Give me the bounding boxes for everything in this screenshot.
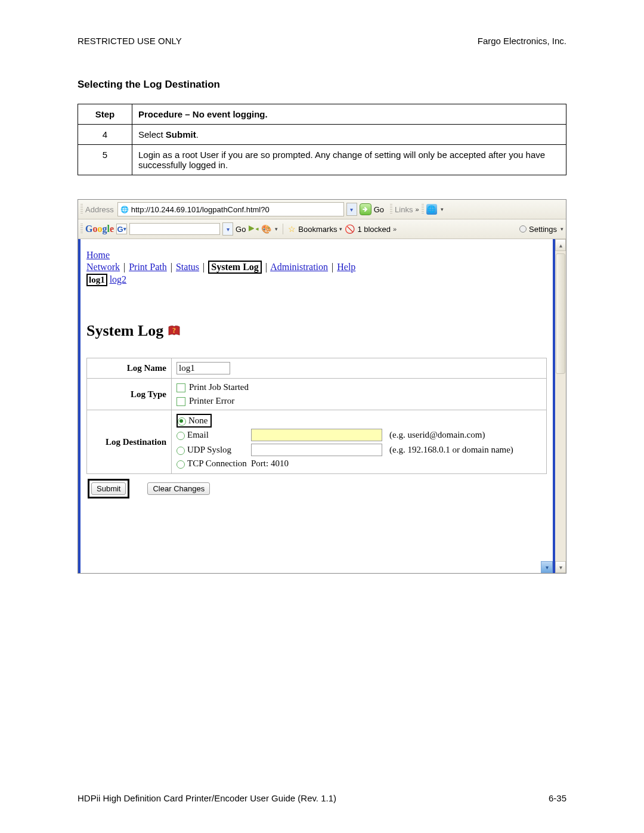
ie-page-icon: 🌐 (120, 205, 129, 213)
address-label: Address (85, 205, 114, 214)
google-g-button[interactable]: G▾ (116, 224, 127, 234)
footer-title: HDPii High Definition Card Printer/Encod… (78, 793, 336, 803)
step-text-prefix: Select (138, 129, 166, 140)
header-company: Fargo Electronics, Inc. (478, 36, 566, 46)
submit-button[interactable]: Submit (91, 482, 126, 495)
nav-status[interactable]: Status (176, 262, 199, 272)
checkbox-printer-error[interactable] (177, 397, 185, 406)
bookmarks-button[interactable]: Bookmarks▾ (298, 225, 342, 234)
nav-administration[interactable]: Administration (270, 262, 328, 272)
address-toolbar: Address 🌐 http://10.244.69.101/logpathCo… (78, 200, 566, 219)
overflow-chevron-icon[interactable]: » (393, 225, 397, 233)
google-go-label[interactable]: Go (236, 225, 246, 234)
arrow-right-icon (362, 206, 369, 213)
address-dropdown[interactable]: ▾ (346, 203, 357, 216)
udp-input[interactable] (251, 444, 382, 456)
system-log-form: Log Name Log Type Print Job Started Prin… (86, 358, 547, 474)
google-search-dropdown[interactable]: ▾ (222, 222, 233, 236)
address-url: http://10.244.69.101/logpathConf.html?0 (131, 205, 270, 214)
google-logo[interactable]: Google (85, 224, 114, 234)
vertical-scrollbar[interactable]: ▴ ▾ (555, 239, 566, 573)
opt-print-job: Print Job Started (189, 382, 249, 392)
star-icon[interactable]: ☆ (288, 224, 296, 234)
email-hint: (e.g. userid@domain.com) (382, 430, 541, 440)
scroll-down-arrow-icon[interactable]: ▾ (541, 561, 553, 573)
separator (283, 224, 283, 234)
section-title: Selecting the Log Destination (78, 79, 566, 91)
scroll-up-button[interactable]: ▴ (555, 239, 566, 251)
settings-icon[interactable] (519, 225, 527, 233)
page-content: Home Network | Print Path | Status | Sys… (78, 239, 555, 573)
submit-highlight: Submit (88, 479, 129, 498)
scroll-track[interactable] (555, 251, 566, 561)
toolbar-grip[interactable] (80, 224, 83, 234)
table-row: 5 Login as a root User if you are so pro… (78, 145, 566, 175)
step-text: Login as a root User if you are so promp… (132, 145, 566, 175)
dropdown-icon[interactable]: ▾ (441, 206, 444, 212)
blocked-label[interactable]: 1 blocked (357, 225, 391, 234)
go-button[interactable] (360, 203, 371, 215)
log-type-label: Log Type (87, 379, 172, 410)
nav-home[interactable]: Home (86, 250, 110, 260)
google-nav-icons[interactable]: ⯈◀ (248, 225, 259, 233)
book-help-icon: ? (167, 324, 181, 337)
dest-udp: UDP Syslog (187, 445, 231, 454)
go-label: Go (374, 205, 384, 214)
step-num: 4 (78, 125, 132, 145)
browser-window: Address 🌐 http://10.244.69.101/logpathCo… (78, 199, 566, 574)
opt-printer-error: Printer Error (189, 396, 234, 405)
dest-none: None (188, 416, 208, 425)
col-proc: Procedure – No event logging. (132, 104, 566, 125)
google-toolbar: Google G▾ ▾ Go ⯈◀ 🎨 ▾ ☆ Bookmarks▾ 🚫 1 b… (78, 219, 566, 239)
log-name-label: Log Name (87, 358, 172, 379)
step-text-bold: Submit (166, 129, 196, 140)
google-misc-icon[interactable]: 🎨 (261, 224, 271, 234)
radio-none[interactable] (178, 417, 186, 426)
log-destination-label: Log Destination (87, 410, 172, 474)
toolbar-grip[interactable] (390, 204, 392, 215)
step-num: 5 (78, 145, 132, 175)
toolbar-grip[interactable] (422, 204, 424, 215)
footer-page: 6-35 (549, 793, 566, 803)
log-name-input[interactable] (177, 362, 230, 374)
page-title: System Log ? (86, 322, 547, 340)
dest-tcp: TCP Connection (187, 459, 247, 468)
subnav-log1-selected[interactable]: log1 (86, 274, 107, 286)
nav-system-log-selected[interactable]: System Log (208, 261, 262, 274)
scroll-thumb[interactable] (556, 253, 565, 374)
address-field[interactable]: 🌐 http://10.244.69.101/logpathConf.html?… (117, 202, 344, 216)
email-input[interactable] (251, 429, 382, 441)
checkbox-print-job[interactable] (177, 383, 185, 392)
breadcrumb-nav: Home Network | Print Path | Status | Sys… (86, 250, 547, 286)
radio-tcp[interactable] (177, 460, 185, 469)
settings-button[interactable]: Settings (529, 225, 557, 234)
radio-udp[interactable] (177, 447, 185, 455)
header-restricted: RESTRICTED USE ONLY (78, 36, 182, 46)
radio-email[interactable] (177, 432, 185, 440)
nav-network[interactable]: Network (86, 262, 120, 272)
dropdown-icon[interactable]: ▾ (275, 226, 278, 232)
col-step: Step (78, 104, 132, 125)
nav-help[interactable]: Help (337, 262, 355, 272)
subnav-log2[interactable]: log2 (110, 274, 126, 284)
scroll-down-button[interactable]: ▾ (555, 561, 566, 573)
dropdown-icon[interactable]: ▾ (561, 226, 564, 232)
nav-print-path[interactable]: Print Path (129, 262, 167, 272)
links-chevron-icon[interactable]: » (415, 206, 419, 213)
dest-email: Email (187, 430, 209, 439)
toolbar-grip[interactable] (80, 204, 83, 215)
network-icon[interactable]: 🌐 (426, 204, 437, 215)
google-search-input[interactable] (129, 223, 220, 235)
procedure-table: Step Procedure – No event logging. 4 Sel… (78, 104, 566, 175)
blocked-icon[interactable]: 🚫 (345, 224, 355, 234)
step-text-suffix: . (196, 129, 199, 140)
svg-text:?: ? (172, 326, 176, 335)
step-text: Select Submit. (132, 125, 566, 145)
clear-button[interactable]: Clear Changes (147, 482, 210, 495)
udp-hint: (e.g. 192.168.0.1 or domain name) (382, 445, 541, 455)
table-row: 4 Select Submit. (78, 125, 566, 145)
tcp-port: Port: 4010 (251, 459, 382, 469)
links-label[interactable]: Links (395, 205, 413, 214)
